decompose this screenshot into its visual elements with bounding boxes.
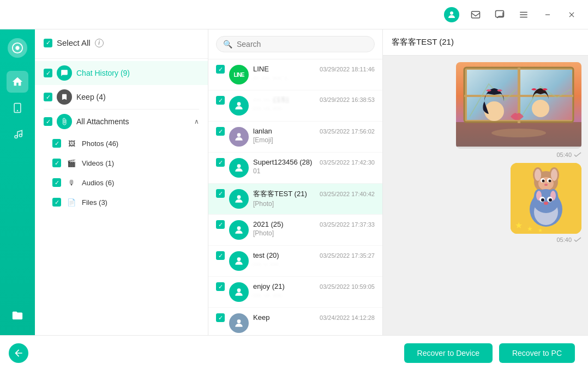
chat-icon[interactable]	[492, 7, 507, 22]
chat-item-supert[interactable]: ✓ Supert123456 (28) 03/25/2022 17:42:30 …	[208, 153, 382, 184]
chat-history-checkbox[interactable]: ✓	[44, 69, 52, 77]
svg-text:★: ★	[538, 227, 543, 233]
menu-icon[interactable]	[516, 7, 531, 22]
close-icon[interactable]	[564, 7, 579, 22]
chat-item-lanlan[interactable]: ✓ lanlan 03/25/2022 17:56:02 [Emoji]	[208, 122, 382, 153]
svg-point-31	[491, 129, 546, 137]
nav-item-phone[interactable]	[7, 97, 28, 119]
nav-item-home[interactable]	[7, 71, 28, 93]
search-input[interactable]	[237, 40, 368, 48]
keep-avatar	[229, 313, 249, 333]
title-bar	[0, 0, 588, 29]
nav-item-folder[interactable]	[7, 305, 28, 326]
chat-item-test20[interactable]: ✓ test (20) 03/25/2022 17:35:27 ··· · ··…	[208, 246, 382, 277]
chat-item-enjoy[interactable]: ✓ enjoy (21) 03/25/2022 10:59:05 ··· ·· …	[208, 277, 382, 308]
recover-device-button[interactable]: Recover to Device	[404, 343, 493, 363]
chat-item-keep[interactable]: ✓ Keep 03/24/2022 14:12:28	[208, 308, 382, 335]
2021-content: 2021 (25) 03/25/2022 17:37:33 [Photo]	[253, 220, 375, 237]
2021-name-row: 2021 (25) 03/25/2022 17:37:33	[253, 220, 375, 228]
2021-name: 2021 (25)	[253, 220, 284, 228]
test20-avatar	[229, 251, 249, 271]
recover-pc-button[interactable]: Recover to PC	[499, 343, 575, 363]
tree-item-keep[interactable]: ✓ Keep (4)	[35, 85, 208, 109]
audios-checkbox[interactable]: ✓	[52, 178, 61, 187]
test20-checkbox[interactable]: ✓	[216, 251, 225, 260]
msg-time-1: 05:40	[556, 151, 572, 158]
svg-point-55	[544, 202, 548, 205]
messages-area[interactable]: 05:40	[383, 56, 588, 335]
sticker-area: ★ ★ ★ 05:40	[389, 163, 581, 244]
sub-item-videos[interactable]: ✓ 🎬 Videos (1)	[52, 153, 208, 173]
files-checkbox[interactable]: ✓	[52, 198, 61, 207]
svg-point-20	[237, 288, 241, 292]
back-button[interactable]	[9, 343, 28, 363]
app-logo	[8, 38, 27, 58]
test21-time: 03/25/2022 17:40:42	[320, 191, 375, 197]
bottom-bar: Recover to Device Recover to PC	[0, 335, 588, 370]
info-icon[interactable]: i	[95, 39, 104, 47]
keep-item-checkbox[interactable]: ✓	[216, 313, 225, 322]
test21-name: 客客客TEST (21)	[253, 189, 307, 199]
nav-item-music[interactable]	[7, 123, 28, 145]
svg-point-14	[237, 102, 241, 106]
line-preview: ·· ··· ··· ·	[253, 74, 375, 82]
keep-icon	[57, 89, 72, 105]
keep-label: Keep (4)	[76, 93, 199, 101]
attachments-checkbox[interactable]: ✓	[44, 117, 52, 126]
attachments-chevron: ∧	[194, 118, 199, 125]
main-area: ✓ Select All i ✓ Chat History (9) ✓	[0, 29, 588, 335]
select-all-checkbox[interactable]: ✓	[44, 39, 52, 47]
enjoy-preview: ··· ·· ···	[253, 292, 375, 299]
contact2-checkbox[interactable]: ✓	[216, 96, 225, 105]
sub-item-photos[interactable]: ✓ 🖼 Photos (46)	[52, 134, 208, 153]
svg-rect-1	[472, 11, 480, 18]
lanlan-content: lanlan 03/25/2022 17:56:02 [Emoji]	[253, 127, 375, 144]
svg-point-37	[551, 169, 557, 181]
nav-sidebar	[0, 29, 35, 335]
svg-point-17	[237, 195, 241, 199]
videos-checkbox[interactable]: ✓	[52, 159, 61, 167]
tree-item-chat-history[interactable]: ✓ Chat History (9)	[35, 61, 208, 85]
supert-checkbox[interactable]: ✓	[216, 158, 225, 167]
chat-item-test21[interactable]: ✓ 客客客TEST (21) 03/25/2022 17:40:42 [Phot…	[208, 184, 382, 215]
supert-name: Supert123456 (28)	[253, 158, 312, 166]
search-input-wrapper: 🔍	[216, 36, 375, 52]
lanlan-name-row: lanlan 03/25/2022 17:56:02	[253, 127, 375, 135]
line-name: LINE	[253, 65, 269, 73]
middle-panel: 🔍 ✓ LINE LINE 03/29/2022 18:11:46 ·· ···…	[208, 29, 383, 335]
test21-checkbox[interactable]: ✓	[216, 189, 225, 198]
enjoy-name: enjoy (21)	[253, 282, 285, 290]
minimize-icon[interactable]	[540, 7, 555, 22]
enjoy-avatar	[229, 282, 249, 302]
chat-item-2021[interactable]: ✓ 2021 (25) 03/25/2022 17:37:33 [Photo]	[208, 215, 382, 246]
files-icon: 📄	[65, 196, 77, 208]
sub-item-audios[interactable]: ✓ 🎙 Audios (6)	[52, 173, 208, 192]
right-title: 客客客TEST (21)	[392, 37, 454, 46]
enjoy-name-row: enjoy (21) 03/25/2022 10:59:05	[253, 282, 375, 290]
enjoy-checkbox[interactable]: ✓	[216, 282, 225, 291]
tree-item-all-attachments[interactable]: ✓ All Attachments ∧	[35, 110, 208, 134]
svg-point-42	[549, 180, 551, 183]
keep-checkbox[interactable]: ✓	[44, 93, 52, 101]
msg-tick-2	[574, 236, 581, 244]
lanlan-checkbox[interactable]: ✓	[216, 127, 225, 136]
mail-icon[interactable]	[468, 7, 483, 22]
user-icon[interactable]	[444, 7, 459, 22]
chat-item-contact2[interactable]: ✓ ··· ·· (15) 03/29/2022 16:38:53 ··· ··…	[208, 90, 382, 122]
svg-point-19	[237, 257, 241, 261]
enjoy-content: enjoy (21) 03/25/2022 10:59:05 ··· ·· ··…	[253, 282, 375, 299]
msg-time-row-1: 05:40	[556, 151, 581, 159]
lanlan-preview: [Emoji]	[253, 136, 375, 144]
sub-item-files[interactable]: ✓ 📄 Files (3)	[52, 192, 208, 212]
chat-item-line[interactable]: ✓ LINE LINE 03/29/2022 18:11:46 ·· ··· ·…	[208, 59, 382, 90]
keep-item-name: Keep	[253, 313, 269, 322]
test21-avatar	[229, 189, 249, 209]
left-panel-header: ✓ Select All i	[35, 29, 208, 59]
attachments-icon	[57, 114, 72, 129]
line-checkbox[interactable]: ✓	[216, 65, 225, 74]
search-bar: 🔍	[208, 29, 382, 59]
files-label: Files (3)	[82, 198, 107, 207]
svg-point-41	[542, 180, 545, 183]
photos-checkbox[interactable]: ✓	[52, 139, 61, 148]
2021-checkbox[interactable]: ✓	[216, 220, 225, 229]
